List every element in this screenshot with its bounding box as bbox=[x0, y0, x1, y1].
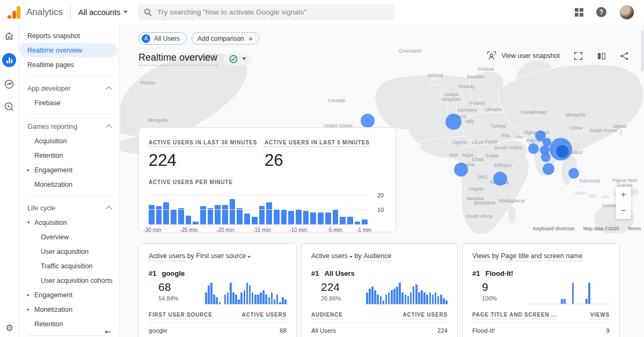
map-zoom-out-button[interactable]: − bbox=[616, 203, 631, 219]
sidebar-item-acquisition[interactable]: ▾Acquisition bbox=[19, 215, 119, 230]
card-title-part[interactable]: Active users bbox=[149, 252, 185, 261]
table-header-metric[interactable]: ACTIVE USERS bbox=[241, 312, 287, 319]
search-bar[interactable] bbox=[137, 4, 395, 20]
per-minute-bar-chart[interactable]: 2010 -30 min-25 min-20 min-15 min-10 min… bbox=[149, 192, 368, 233]
collapse-section-icon[interactable] bbox=[106, 86, 112, 92]
chart-bar bbox=[396, 287, 398, 304]
sidebar-item-engagement[interactable]: ▸Engagement bbox=[19, 163, 119, 177]
sidebar-item-monetization[interactable]: Monetization bbox=[19, 177, 119, 192]
card-title-part[interactable]: Active users bbox=[311, 252, 348, 260]
sidebar-item-engagement[interactable]: ▸Engagement bbox=[19, 288, 119, 302]
table-header-metric[interactable]: VIEWS bbox=[590, 312, 610, 319]
card-percent: 100% bbox=[482, 295, 497, 302]
chart-bar bbox=[564, 299, 566, 304]
add-comparison-button[interactable]: Add comparison + bbox=[192, 32, 259, 45]
chart-bar bbox=[426, 295, 428, 304]
user-location-dot bbox=[543, 138, 551, 146]
chart-bar bbox=[216, 297, 218, 304]
sidebar-item-app-developer[interactable]: App developer bbox=[19, 81, 119, 96]
sidebar-item-life-cycle[interactable]: Life cycle bbox=[19, 201, 119, 215]
map-country-label: Egypt bbox=[485, 139, 497, 144]
advertising-icon[interactable] bbox=[4, 101, 14, 112]
chart-bar bbox=[445, 301, 448, 304]
share-icon[interactable] bbox=[620, 52, 629, 61]
card-value: 9 bbox=[482, 281, 497, 294]
table-header-dimension[interactable]: FIRST USER SOURCE bbox=[149, 312, 213, 319]
chevron-right-icon[interactable]: ▸ bbox=[27, 307, 30, 312]
sidebar-item-overview[interactable]: Overview bbox=[19, 230, 119, 244]
sidebar-item-games-reporting[interactable]: Games reporting bbox=[19, 119, 119, 134]
chart-bar bbox=[362, 219, 368, 224]
table-row[interactable]: google68 bbox=[149, 323, 287, 337]
chart-bar bbox=[210, 283, 213, 304]
google-apps-grid-icon[interactable] bbox=[575, 8, 583, 17]
map-terms-link[interactable]: Terms bbox=[628, 226, 641, 231]
chart-bar bbox=[561, 299, 563, 304]
sidebar-divider bbox=[27, 335, 113, 336]
user-avatar[interactable] bbox=[619, 5, 634, 20]
table-header-dimension[interactable]: AUDIENCE bbox=[311, 312, 343, 319]
search-input[interactable] bbox=[157, 8, 389, 16]
sidebar-item-realtime-pages[interactable]: Realtime pages bbox=[19, 57, 119, 72]
card-title[interactable]: Views by Page title and screen name bbox=[472, 252, 610, 261]
sidebar-item-monetization[interactable]: ▸Monetization bbox=[19, 302, 119, 317]
analytics-logo[interactable]: Analytics bbox=[0, 6, 63, 19]
icon-rail: ⚙ bbox=[0, 24, 19, 337]
sidebar-item-retention[interactable]: Retention bbox=[19, 148, 119, 163]
card-title-part[interactable]: Views bbox=[472, 252, 490, 261]
table-header-metric[interactable]: ACTIVE USERS bbox=[402, 312, 448, 319]
chart-bar bbox=[257, 295, 259, 304]
table-row[interactable]: All Users224 bbox=[311, 323, 448, 337]
sidebar-item-acquisition[interactable]: Acquisition bbox=[19, 134, 119, 148]
sidebar-item-user-acquisition-cohorts[interactable]: User acquisition cohorts bbox=[19, 273, 119, 288]
sidebar-item-firebase[interactable]: Firebase bbox=[19, 96, 119, 110]
row-value: 224 bbox=[437, 327, 448, 334]
chevron-down-icon[interactable] bbox=[247, 256, 251, 258]
table-row[interactable]: Flood-It!9 bbox=[472, 323, 610, 337]
card-title-part[interactable]: Audience bbox=[363, 252, 391, 261]
sidebar-item-user-acquisition[interactable]: User acquisition bbox=[19, 244, 119, 259]
page-scrollbar[interactable] bbox=[641, 31, 643, 71]
sidebar-item-label: Overview bbox=[41, 233, 69, 241]
all-users-chip[interactable]: A All Users bbox=[138, 32, 187, 45]
map-country-label: Botswana bbox=[474, 200, 495, 206]
chevron-down-icon[interactable]: ▾ bbox=[27, 220, 30, 225]
active-users-5min-label[interactable]: ACTIVE USERS IN LAST 5 MINUTES bbox=[265, 140, 370, 147]
sidebar-item-traffic-acquisition[interactable]: Traffic acquisition bbox=[19, 259, 119, 273]
reports-icon[interactable] bbox=[2, 53, 16, 67]
keyboard-shortcuts-link[interactable]: Keyboard shortcuts bbox=[533, 226, 575, 231]
sidebar-item-realtime-overview[interactable]: Realtime overview bbox=[19, 43, 118, 57]
sidebar-item-label: User acquisition cohorts bbox=[41, 277, 112, 284]
card-table: Flood-It!9 bbox=[472, 323, 610, 337]
collapse-section-icon[interactable] bbox=[106, 124, 112, 130]
chart-bar bbox=[380, 296, 382, 304]
row-label: All Users bbox=[311, 327, 336, 334]
map-country-label: China bbox=[569, 125, 582, 130]
active-users-by-audience-card: Active users by Audience #1All Users 224… bbox=[301, 243, 458, 337]
explore-icon[interactable] bbox=[4, 79, 14, 90]
card-title[interactable]: Active users by Audience bbox=[311, 252, 448, 261]
sidebar-item-reports-snapshot[interactable]: Reports snapshot bbox=[19, 28, 119, 43]
card-title[interactable]: Active users by First user source bbox=[149, 252, 287, 261]
table-header-dimension[interactable]: PAGE TITLE AND SCREEN ... bbox=[472, 312, 557, 319]
compare-reports-icon[interactable] bbox=[597, 52, 606, 61]
chevron-right-icon[interactable]: ▸ bbox=[27, 167, 30, 172]
sidebar-item-retention[interactable]: Retention bbox=[19, 317, 119, 331]
report-status-dropdown[interactable] bbox=[224, 53, 252, 65]
account-selector[interactable]: All accounts bbox=[78, 8, 128, 17]
chart-bar bbox=[388, 292, 390, 304]
home-icon[interactable] bbox=[4, 31, 14, 41]
chart-bar bbox=[276, 295, 279, 304]
card-title-part[interactable]: First user source bbox=[196, 252, 246, 260]
map-zoom-in-button[interactable]: + bbox=[616, 187, 631, 203]
view-user-snapshot-button[interactable]: View user snapshot bbox=[487, 51, 560, 61]
collapse-section-icon[interactable] bbox=[106, 206, 112, 211]
map-country-label: Kazakhstan bbox=[521, 109, 546, 115]
chart-bar bbox=[222, 205, 228, 224]
fullscreen-icon[interactable] bbox=[574, 52, 583, 61]
settings-gear-icon[interactable]: ⚙ bbox=[0, 323, 19, 334]
active-users-30min-label[interactable]: ACTIVE USERS IN LAST 30 MINUTES bbox=[149, 140, 257, 147]
card-title-part[interactable]: Page title and screen name bbox=[501, 252, 582, 261]
chevron-right-icon[interactable]: ▸ bbox=[27, 292, 30, 297]
help-icon[interactable]: ? bbox=[596, 7, 606, 17]
